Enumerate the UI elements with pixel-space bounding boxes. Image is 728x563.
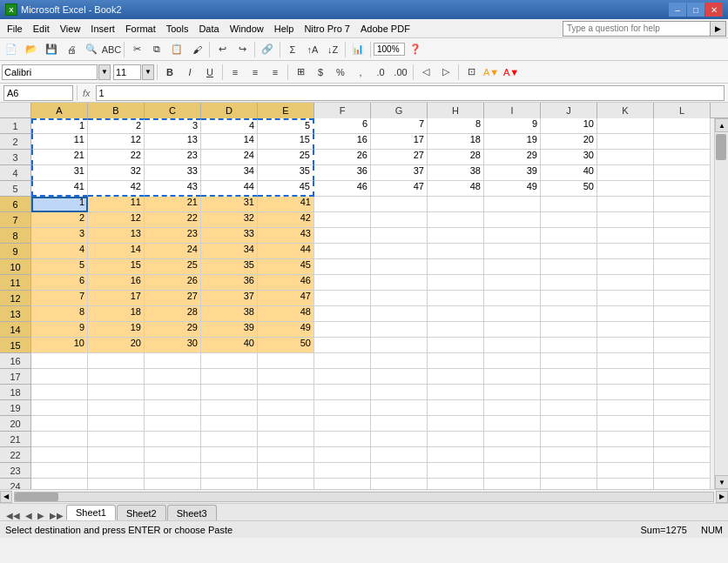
cell-F18[interactable] xyxy=(314,385,371,400)
percent-button[interactable]: % xyxy=(331,63,350,82)
row-header-9[interactable]: 9 xyxy=(0,244,31,259)
cell-I14[interactable] xyxy=(484,322,541,338)
save-button[interactable]: 💾 xyxy=(42,40,61,59)
cell-F19[interactable] xyxy=(314,400,371,416)
cell-H24[interactable] xyxy=(428,479,484,489)
cell-D23[interactable] xyxy=(201,463,258,479)
cell-D12[interactable]: 37 xyxy=(201,291,258,306)
cell-J12[interactable] xyxy=(541,291,597,306)
cell-I19[interactable] xyxy=(484,400,541,416)
cell-C3[interactable]: 23 xyxy=(145,150,201,165)
cell-F24[interactable] xyxy=(314,479,371,489)
cell-L7[interactable] xyxy=(654,212,711,228)
cell-G17[interactable] xyxy=(371,369,428,385)
cell-I23[interactable] xyxy=(484,463,541,479)
cell-C19[interactable] xyxy=(145,400,201,416)
row-header-10[interactable]: 10 xyxy=(0,259,31,275)
cell-I22[interactable] xyxy=(484,447,541,463)
cell-K18[interactable] xyxy=(597,385,654,400)
cell-C16[interactable] xyxy=(145,353,201,369)
cell-A12[interactable]: 7 xyxy=(31,291,88,306)
col-header-C[interactable]: C xyxy=(145,103,201,118)
cell-B4[interactable]: 32 xyxy=(88,165,145,181)
cell-I6[interactable] xyxy=(484,197,541,212)
cell-K6[interactable] xyxy=(597,197,654,212)
cell-C12[interactable]: 27 xyxy=(145,291,201,306)
menu-help[interactable]: Help xyxy=(269,22,300,36)
comma-button[interactable]: , xyxy=(351,63,370,82)
cell-C6[interactable]: 21 xyxy=(145,197,201,212)
cell-E5[interactable]: 45 xyxy=(258,181,314,197)
cell-I1[interactable]: 9 xyxy=(484,118,541,134)
cell-H18[interactable] xyxy=(428,385,484,400)
cell-E2[interactable]: 15 xyxy=(258,134,314,150)
cell-D17[interactable] xyxy=(201,369,258,385)
tab-sheet2[interactable]: Sheet2 xyxy=(117,505,166,520)
cell-L18[interactable] xyxy=(654,385,711,400)
cell-F9[interactable] xyxy=(314,244,371,259)
cell-A10[interactable]: 5 xyxy=(31,259,88,275)
cell-J9[interactable] xyxy=(541,244,597,259)
cell-F2[interactable]: 16 xyxy=(314,134,371,150)
new-button[interactable]: 📄 xyxy=(2,40,21,59)
scroll-up-arrow[interactable]: ▲ xyxy=(715,118,728,132)
cell-E11[interactable]: 46 xyxy=(258,275,314,291)
cell-I20[interactable] xyxy=(484,416,541,432)
cell-L1[interactable] xyxy=(654,118,711,134)
merge-button[interactable]: ⊞ xyxy=(291,63,310,82)
format-painter-button[interactable]: 🖌 xyxy=(187,40,206,59)
cell-G2[interactable]: 17 xyxy=(371,134,428,150)
cell-K21[interactable] xyxy=(597,432,654,447)
cell-C15[interactable]: 30 xyxy=(145,338,201,353)
menu-tools[interactable]: Tools xyxy=(161,22,194,36)
cell-J3[interactable]: 30 xyxy=(541,150,597,165)
minimize-button[interactable]: – xyxy=(669,3,686,17)
cell-B17[interactable] xyxy=(88,369,145,385)
cell-A11[interactable]: 6 xyxy=(31,275,88,291)
row-header-22[interactable]: 22 xyxy=(0,447,31,463)
cell-K8[interactable] xyxy=(597,228,654,244)
cell-H1[interactable]: 8 xyxy=(428,118,484,134)
col-header-F[interactable]: F xyxy=(314,103,371,118)
tab-sheet3[interactable]: Sheet3 xyxy=(167,505,217,520)
cell-G24[interactable] xyxy=(371,479,428,489)
cell-K20[interactable] xyxy=(597,416,654,432)
cell-J24[interactable] xyxy=(541,479,597,489)
col-header-J[interactable]: J xyxy=(541,103,597,118)
cell-F7[interactable] xyxy=(314,212,371,228)
increase-indent-button[interactable]: ▷ xyxy=(436,63,455,82)
cell-A17[interactable] xyxy=(31,369,88,385)
close-button[interactable]: ✕ xyxy=(705,3,723,17)
cell-B20[interactable] xyxy=(88,416,145,432)
cell-B12[interactable]: 17 xyxy=(88,291,145,306)
cell-L14[interactable] xyxy=(654,322,711,338)
cell-F10[interactable] xyxy=(314,259,371,275)
cell-I15[interactable] xyxy=(484,338,541,353)
scroll-thumb[interactable] xyxy=(716,134,726,160)
row-header-1[interactable]: 1 xyxy=(0,118,31,134)
cell-C7[interactable]: 22 xyxy=(145,212,201,228)
cell-C1[interactable]: 3 xyxy=(145,118,201,134)
cell-A2[interactable]: 11 xyxy=(31,134,88,150)
cell-I8[interactable] xyxy=(484,228,541,244)
cell-I21[interactable] xyxy=(484,432,541,447)
cell-B10[interactable]: 15 xyxy=(88,259,145,275)
cell-E14[interactable]: 49 xyxy=(258,322,314,338)
spell-check-button[interactable]: ABC xyxy=(102,40,121,59)
cell-B14[interactable]: 19 xyxy=(88,322,145,338)
cell-E17[interactable] xyxy=(258,369,314,385)
cell-J17[interactable] xyxy=(541,369,597,385)
cell-B7[interactable]: 12 xyxy=(88,212,145,228)
cell-J15[interactable] xyxy=(541,338,597,353)
redo-button[interactable]: ↪ xyxy=(233,40,252,59)
tab-nav-first[interactable]: ◀◀ xyxy=(3,511,23,520)
print-button[interactable]: 🖨 xyxy=(62,40,81,59)
print-preview-button[interactable]: 🔍 xyxy=(82,40,101,59)
cell-D14[interactable]: 39 xyxy=(201,322,258,338)
cell-D18[interactable] xyxy=(201,385,258,400)
cell-H7[interactable] xyxy=(428,212,484,228)
bold-button[interactable]: B xyxy=(160,63,179,82)
underline-button[interactable]: U xyxy=(200,63,219,82)
cell-J19[interactable] xyxy=(541,400,597,416)
cell-A6[interactable]: 1 xyxy=(31,197,88,212)
